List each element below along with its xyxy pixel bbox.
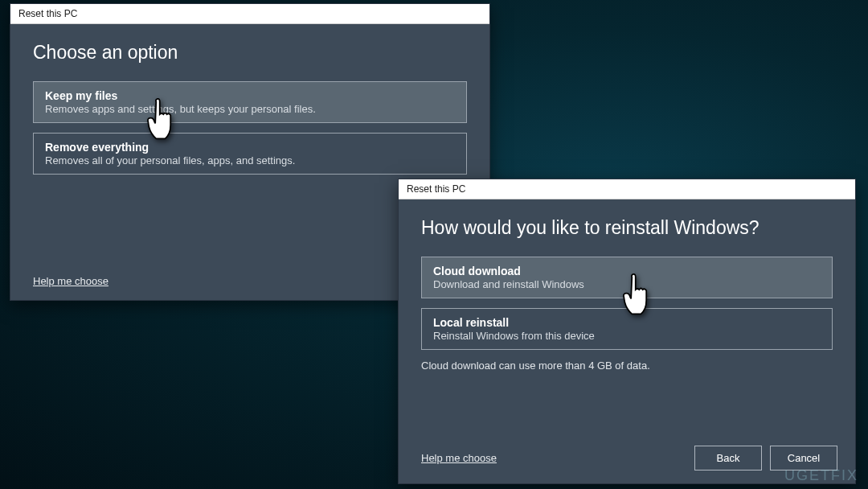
option-keep-my-files[interactable]: Keep my files Removes apps and settings,…	[33, 81, 467, 123]
dialog-titlebar: Reset this PC	[10, 4, 489, 24]
help-me-choose-link[interactable]: Help me choose	[33, 275, 108, 287]
option-remove-everything[interactable]: Remove everything Removes all of your pe…	[33, 133, 467, 175]
option-title: Cloud download	[433, 265, 821, 277]
reset-pc-dialog-reinstall: Reset this PC How would you like to rein…	[398, 179, 856, 484]
dialog-body: How would you like to reinstall Windows?…	[399, 199, 855, 386]
data-usage-note: Cloud download can use more than 4 GB of…	[421, 360, 833, 372]
dialog-heading: How would you like to reinstall Windows?	[421, 217, 833, 239]
dialog-titlebar: Reset this PC	[399, 179, 855, 199]
option-title: Keep my files	[45, 89, 455, 102]
back-button[interactable]: Back	[694, 446, 762, 471]
option-description: Removes all of your personal files, apps…	[45, 154, 455, 166]
option-description: Removes apps and settings, but keeps you…	[45, 103, 455, 115]
option-cloud-download[interactable]: Cloud download Download and reinstall Wi…	[421, 257, 833, 298]
dialog-footer: Help me choose Back Cancel	[421, 446, 837, 471]
option-description: Reinstall Windows from this device	[433, 330, 821, 342]
dialog-body: Choose an option Keep my files Removes a…	[10, 24, 489, 199]
option-title: Local reinstall	[433, 316, 821, 329]
option-description: Download and reinstall Windows	[433, 278, 821, 290]
help-me-choose-link[interactable]: Help me choose	[421, 452, 497, 464]
option-local-reinstall[interactable]: Local reinstall Reinstall Windows from t…	[421, 308, 833, 350]
dialog-heading: Choose an option	[33, 42, 467, 64]
option-title: Remove everything	[45, 141, 455, 154]
watermark: UGETFIX	[784, 467, 858, 484]
